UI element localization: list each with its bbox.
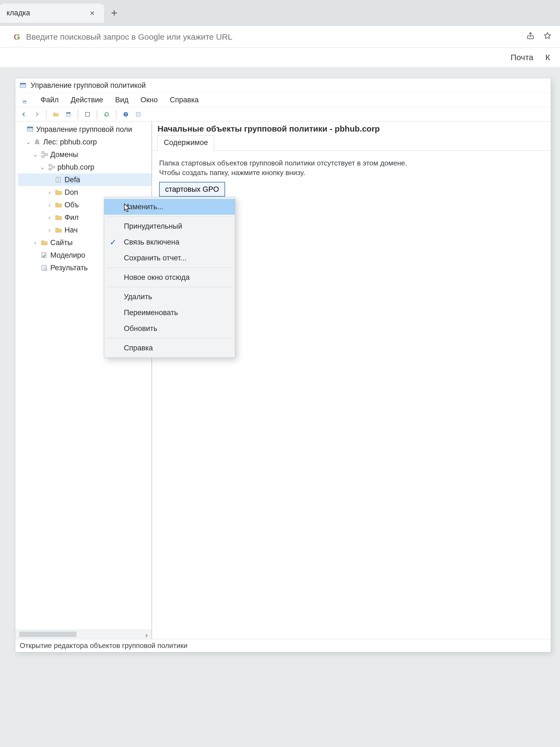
folder-icon — [55, 226, 62, 234]
svg-rect-2 — [20, 83, 26, 84]
svg-rect-6 — [66, 112, 71, 113]
ctx-refresh[interactable]: Обновить — [104, 320, 235, 336]
folder-icon — [55, 214, 62, 221]
gpmc-icon — [26, 126, 34, 133]
ou-folder-icon — [55, 188, 62, 196]
menu-window[interactable]: Окно — [139, 94, 159, 106]
toolbar: ? — [15, 107, 551, 122]
help-button[interactable]: ? — [121, 109, 131, 119]
tree-label: Моделиро — [50, 251, 85, 260]
browser-tab[interactable]: кладка × — [0, 4, 104, 23]
tree-forest[interactable]: ⌄ Лес: pbhub.corp — [18, 136, 152, 148]
forest-icon — [33, 138, 41, 146]
ctx-enforced[interactable]: Принудительный — [104, 218, 235, 234]
tree-label: Результать — [50, 264, 88, 272]
domains-icon — [41, 151, 48, 158]
tree-gpo-default[interactable]: › Defa — [18, 174, 152, 186]
ctx-rename[interactable]: Переименовать — [104, 305, 235, 320]
svg-rect-4 — [23, 101, 26, 101]
tree-label: Управление групповой поли — [36, 125, 132, 134]
results-icon — [41, 264, 48, 272]
tree-domain[interactable]: ⌄ pbhub.corp — [18, 161, 152, 174]
bookmark-k[interactable]: К — [545, 53, 550, 62]
svg-rect-18 — [52, 166, 54, 168]
refresh-button[interactable] — [102, 109, 112, 119]
star-icon[interactable] — [543, 31, 552, 43]
button-label: стартовых GPO — [165, 185, 219, 194]
content-title: Начальные объекты групповой политики - p… — [152, 122, 551, 135]
create-starter-gpo-button[interactable]: стартовых GPO — [159, 182, 225, 197]
address-bar-row: G — [0, 26, 560, 48]
extra-toolbar-button[interactable] — [133, 109, 143, 119]
svg-rect-7 — [86, 112, 90, 116]
menu-view[interactable]: Вид — [114, 94, 130, 106]
forward-button[interactable] — [32, 109, 42, 119]
google-icon: G — [14, 32, 20, 42]
tree-label: Defa — [64, 176, 80, 184]
content-info-line1: Папка стартовых объектов групповой полит… — [159, 159, 543, 168]
back-button[interactable] — [19, 109, 29, 119]
content-tabstrip: Содержимое — [152, 135, 551, 151]
check-icon: ✓ — [110, 237, 116, 247]
show-hide-tree-button[interactable] — [51, 109, 61, 119]
svg-rect-13 — [42, 152, 44, 154]
window-title: Управление групповой политикой — [31, 81, 146, 90]
svg-rect-12 — [27, 127, 33, 128]
ctx-edit[interactable]: Изменить... — [104, 199, 235, 215]
new-tab-button[interactable]: + — [104, 7, 125, 19]
tree-label: Don — [64, 188, 78, 197]
delete-button[interactable] — [83, 109, 92, 119]
svg-text:?: ? — [125, 112, 127, 116]
menubar: Файл Действие Вид Окно Справка — [15, 93, 551, 107]
tree-label: Сайты — [50, 238, 73, 247]
share-icon[interactable] — [526, 31, 535, 43]
tree-label: Нач — [64, 226, 78, 234]
ctx-separator — [107, 267, 232, 268]
tree-label: Домены — [50, 150, 78, 159]
ctx-help[interactable]: Справка — [104, 340, 235, 356]
svg-rect-14 — [42, 156, 44, 158]
tree-label: Объ — [64, 201, 79, 209]
scrollbar-thumb[interactable] — [19, 632, 77, 637]
menu-file[interactable]: Файл — [39, 94, 60, 106]
menu-action[interactable]: Действие — [70, 94, 104, 106]
domain-icon — [48, 163, 55, 171]
bookmarks-bar: Почта К — [0, 48, 560, 67]
tab-title: кладка — [6, 9, 30, 17]
tree-label: pbhub.corp — [57, 163, 94, 172]
svg-rect-20 — [42, 253, 46, 258]
scroll-right-icon[interactable]: › — [143, 631, 150, 638]
browser-tabstrip: кладка × + — [0, 0, 560, 26]
svg-rect-10 — [136, 112, 140, 116]
gpmc-window: Управление групповой политикой Файл Дейс… — [15, 78, 551, 652]
modeling-icon — [41, 251, 48, 259]
properties-button[interactable] — [63, 109, 73, 119]
context-menu: Изменить... Принудительный ✓Связь включе… — [104, 197, 235, 358]
gpmc-icon — [19, 82, 27, 89]
ctx-save-report[interactable]: Сохранить отчет... — [104, 250, 235, 266]
tree-horizontal-scrollbar[interactable]: › — [15, 630, 152, 639]
sites-icon — [41, 239, 48, 247]
tree-root[interactable]: ▾ Управление групповой поли — [18, 123, 152, 136]
gpmc-small-icon — [21, 96, 28, 104]
svg-rect-16 — [49, 164, 51, 166]
svg-rect-17 — [49, 168, 51, 170]
content-info-line2: Чтобы создать папку, нажмите кнопку вниз… — [159, 169, 543, 177]
folder-icon — [55, 201, 62, 209]
close-icon[interactable]: × — [87, 7, 97, 19]
status-text: Открытие редактора объектов групповой по… — [20, 641, 188, 650]
gpo-link-icon — [55, 176, 62, 183]
tree-domains[interactable]: ⌄ Домены — [18, 148, 152, 161]
tree-label: Лес: pbhub.corp — [43, 138, 97, 146]
url-input[interactable] — [26, 32, 520, 42]
menu-help[interactable]: Справка — [169, 94, 200, 106]
tab-contents[interactable]: Содержимое — [158, 135, 214, 151]
statusbar: Открытие редактора объектов групповой по… — [15, 639, 551, 652]
bookmark-mail[interactable]: Почта — [510, 53, 533, 62]
ctx-new-window[interactable]: Новое окно отсюда — [104, 269, 235, 285]
ctx-delete[interactable]: Удалить — [104, 289, 235, 305]
svg-rect-15 — [45, 154, 47, 156]
window-titlebar: Управление групповой политикой — [15, 78, 551, 93]
ctx-link-enabled[interactable]: ✓Связь включена — [104, 234, 235, 250]
tree-label: Фил — [64, 213, 78, 222]
